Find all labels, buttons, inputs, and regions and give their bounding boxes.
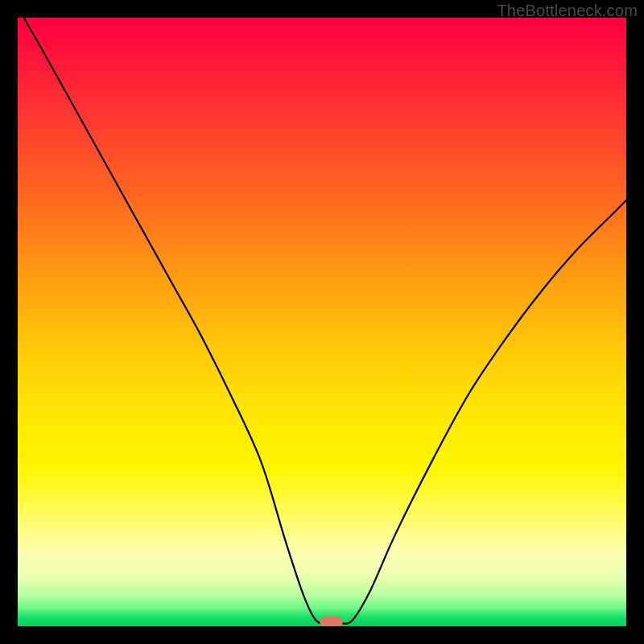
watermark-text: TheBottleneck.com [497, 2, 638, 20]
chart-frame: TheBottleneck.com [0, 0, 644, 644]
plot-area [18, 18, 626, 626]
optimal-marker [320, 617, 343, 626]
bottleneck-curve [18, 18, 626, 626]
